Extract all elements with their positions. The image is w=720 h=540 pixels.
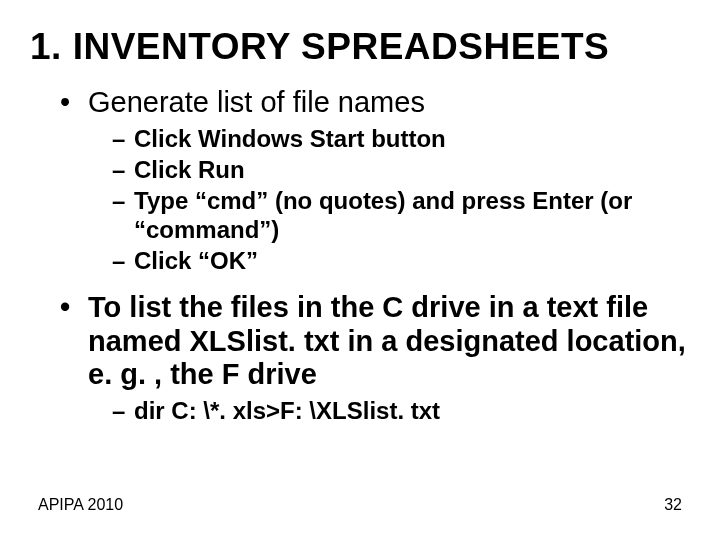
bullet-level2: Click Windows Start button (112, 125, 690, 154)
footer-left: APIPA 2010 (38, 496, 123, 514)
slide-title: 1. INVENTORY SPREADSHEETS (30, 26, 690, 68)
bullet-level2: Click “OK” (112, 247, 690, 276)
page-number: 32 (664, 496, 682, 514)
bullet-level2: dir C: \*. xls>F: \XLSlist. txt (112, 397, 690, 426)
bullet-level1: Generate list of file names (60, 86, 690, 119)
bullet-level2: Click Run (112, 156, 690, 185)
bullet-level1: To list the files in the C drive in a te… (60, 291, 690, 391)
bullet-level2: Type “cmd” (no quotes) and press Enter (… (112, 187, 690, 245)
